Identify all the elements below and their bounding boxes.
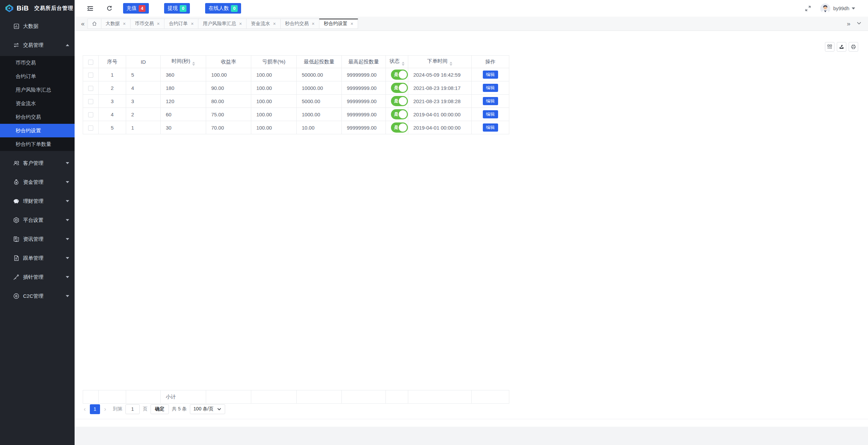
header-button-badge: 4 (139, 5, 145, 12)
prev-page-icon[interactable]: ‹ (83, 406, 87, 413)
tab-6-active[interactable]: 秒合约设置× (319, 19, 358, 29)
row-checkbox[interactable] (88, 112, 93, 117)
content-divider (75, 419, 868, 419)
header-button-2[interactable]: 在线人数0 (205, 3, 241, 14)
edit-button[interactable]: 编辑 (483, 84, 498, 92)
tabs-scroll-right-icon[interactable]: » (844, 20, 853, 27)
sidebar-subitem-2[interactable]: 用户风险率汇总 (0, 83, 75, 97)
export-button[interactable] (837, 42, 846, 52)
header-button-1[interactable]: 提现0 (164, 3, 190, 14)
cell-min-amount: 50000.00 (297, 68, 342, 81)
refresh-icon[interactable] (106, 5, 113, 12)
chevron-down-icon (66, 238, 69, 240)
cell-index: 2 (99, 81, 126, 95)
edit-button[interactable]: 编辑 (483, 123, 498, 132)
column-header-8[interactable]: 状态 (386, 56, 408, 68)
cell-min-amount: 10.00 (297, 121, 342, 134)
user-menu-chevron-down-icon[interactable] (852, 7, 855, 9)
tab-1[interactable]: 币币交易× (130, 19, 164, 29)
fullscreen-icon[interactable] (805, 5, 811, 12)
tab-4[interactable]: 资金流水× (246, 19, 280, 29)
column-header-label: 下单时间 (427, 58, 448, 64)
sidebar-subitem-4[interactable]: 秒合约交易 (0, 110, 75, 124)
status-toggle-on[interactable]: 是 (391, 109, 408, 119)
cell-action: 编辑 (472, 68, 509, 81)
sidebar-item-chart[interactable]: 大数据 (0, 19, 75, 33)
header-button-0[interactable]: 充值4 (123, 3, 149, 14)
sidebar-subitem-3[interactable]: 资金流水 (0, 97, 75, 110)
row-checkbox[interactable] (88, 125, 93, 131)
column-header-3[interactable]: 时间(秒) (161, 56, 206, 68)
tab-close-icon[interactable]: × (191, 21, 194, 26)
sidebar-item-label: 客户管理 (23, 160, 43, 167)
page-number-button[interactable]: 1 (90, 404, 100, 414)
tab-home[interactable] (87, 19, 101, 29)
edit-button[interactable]: 编辑 (483, 110, 498, 118)
edit-button[interactable]: 编辑 (483, 97, 498, 105)
pagination: ‹ 1 › 到第 页 确定 共 5 条 100 条/页 (83, 404, 225, 414)
sidebar-item-exchange[interactable]: 交易管理 (0, 38, 75, 52)
tab-2[interactable]: 合约订单× (164, 19, 198, 29)
tab-close-icon[interactable]: × (157, 21, 160, 26)
main-area: 充值4提现0在线人数0 by99dh « 大数据×币币交易×合约订单×用户风险率 (75, 0, 868, 445)
columns-filter-button[interactable] (825, 42, 834, 52)
status-toggle-on[interactable]: 是 (391, 83, 408, 93)
tabs-scroll-left-icon[interactable]: « (78, 20, 88, 27)
cell-seconds: 360 (161, 68, 206, 81)
tab-close-icon[interactable]: × (273, 21, 276, 26)
row-checkbox[interactable] (88, 86, 93, 91)
exchange-icon (13, 42, 20, 49)
username[interactable]: by99dh (833, 6, 849, 11)
user-avatar[interactable] (820, 3, 830, 14)
summary-row: 小计 (83, 390, 509, 404)
row-checkbox[interactable] (88, 99, 93, 104)
sidebar-subitem-1[interactable]: 合约订单 (0, 70, 75, 83)
data-table: 序号ID时间(秒)收益率亏损率(%)最低起投数量最高起投数量状态下单时间操作15… (83, 55, 509, 134)
sort-carets-icon[interactable] (402, 62, 405, 66)
goto-confirm-button[interactable]: 确定 (151, 404, 169, 414)
news-icon (13, 236, 20, 243)
column-header-9[interactable]: 下单时间 (408, 56, 472, 68)
tabs-menu-chevron-down-icon[interactable] (853, 20, 865, 27)
tab-5[interactable]: 秒合约交易× (280, 19, 319, 29)
sidebar-item-moneybag[interactable]: 资金管理 (0, 175, 75, 189)
sidebar-subitem-6[interactable]: 秒合约下单数量 (0, 137, 75, 151)
next-page-icon[interactable]: › (103, 406, 107, 413)
status-toggle-on[interactable]: 是 (391, 96, 408, 106)
menu-fold-icon[interactable] (86, 5, 94, 12)
header-button-badge: 0 (231, 5, 238, 12)
tab-close-icon[interactable]: × (123, 21, 126, 26)
sidebar-item-news[interactable]: 资讯管理 (0, 232, 75, 246)
select-all-checkbox[interactable] (88, 60, 93, 65)
sort-carets-icon[interactable] (192, 62, 195, 66)
page-size-select[interactable]: 100 条/页 (190, 404, 225, 414)
edit-button[interactable]: 编辑 (483, 71, 498, 79)
sidebar-subitem-0[interactable]: 币币交易 (0, 56, 75, 70)
sidebar-subitem-5-active[interactable]: 秒合约设置 (0, 124, 75, 137)
tab-close-icon[interactable]: × (239, 21, 242, 26)
sidebar-item-piggy[interactable]: 理财管理 (0, 194, 75, 208)
sidebar-item-coin[interactable]: C2C管理 (0, 289, 75, 303)
sort-carets-icon[interactable] (450, 62, 452, 66)
toggle-label: 是 (394, 98, 398, 104)
sidebar-item-gear[interactable]: 平台设置 (0, 213, 75, 227)
status-toggle-on[interactable]: 是 (391, 70, 408, 80)
column-header-label: 最低起投数量 (304, 59, 334, 64)
tab-close-icon[interactable]: × (312, 21, 315, 26)
summary-empty-cell (99, 390, 126, 404)
sidebar-item-pin[interactable]: 插针管理 (0, 270, 75, 284)
goto-page-input[interactable] (125, 404, 140, 414)
print-button[interactable] (849, 42, 858, 52)
sidebar-item-doc[interactable]: 跟单管理 (0, 251, 75, 265)
status-toggle-on[interactable]: 是 (391, 122, 408, 133)
row-checkbox[interactable] (88, 73, 93, 78)
row-checkbox-cell (83, 121, 99, 134)
tab-close-icon[interactable]: × (351, 21, 353, 26)
cell-order-time: 2019-04-01 00:00:00 (408, 108, 472, 121)
sidebar-item-users[interactable]: 客户管理 (0, 156, 75, 170)
cell-loss-rate: 100.00 (251, 81, 297, 95)
tab-3[interactable]: 用户风险率汇总× (198, 19, 246, 29)
header-button-label: 在线人数 (209, 5, 229, 12)
tab-0[interactable]: 大数据× (101, 19, 131, 29)
sidebar-group-chart: 大数据 (0, 19, 75, 33)
